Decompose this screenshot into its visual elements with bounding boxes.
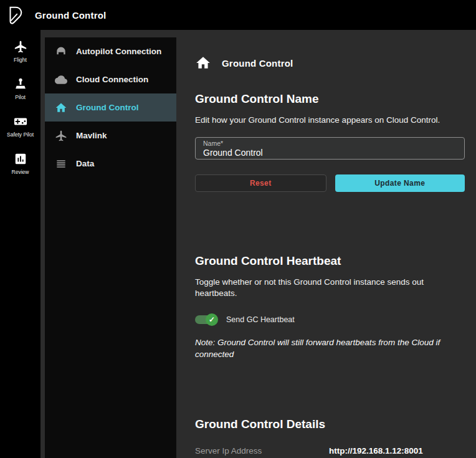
details-value: http://192.168.1.12:8001 (329, 446, 423, 456)
rail-item-pilot[interactable]: Pilot (14, 77, 27, 100)
heartbeat-toggle[interactable]: ✓ (195, 313, 218, 326)
rail-label: Flight (14, 57, 27, 63)
home-icon (55, 102, 67, 114)
sidebar-item-data[interactable]: Data (45, 150, 176, 178)
reset-button[interactable]: Reset (195, 174, 326, 192)
sidebar-item-label: Autopilot Connection (76, 47, 161, 56)
sidebar-item-label: Mavlink (76, 131, 107, 140)
sidebar-item-label: Data (76, 159, 94, 168)
left-nav-rail: Flight Pilot Safety Pilot Review (0, 30, 40, 458)
rail-label: Safety Pilot (7, 131, 34, 138)
name-section-description: Edit how your Ground Control instance ap… (195, 115, 465, 126)
name-actions: Reset Update Name (195, 174, 465, 192)
rail-item-safety-pilot[interactable]: Safety Pilot (7, 115, 34, 138)
update-name-button[interactable]: Update Name (335, 174, 465, 192)
heartbeat-toggle-label: Send GC Heartbeat (226, 315, 295, 324)
sidebar-item-cloud-connection[interactable]: Cloud Connection (45, 65, 176, 93)
name-input[interactable] (203, 147, 457, 158)
name-field-label: Name* (203, 140, 457, 147)
airplane-icon (55, 130, 67, 142)
app-logo-icon (6, 6, 24, 24)
bar-chart-icon (14, 152, 27, 166)
name-section-heading: Ground Control Name (195, 92, 465, 106)
details-section-heading: Ground Control Details (195, 417, 465, 431)
cloud-icon (55, 74, 67, 86)
details-label: Server Ip Address (195, 446, 329, 456)
page-title: Ground Control (222, 58, 293, 69)
details-row-server-ip: Server Ip Address http://192.168.1.12:80… (195, 446, 465, 456)
main-panel: Ground Control Ground Control Name Edit … (176, 37, 476, 458)
airplane-icon (14, 40, 27, 54)
heartbeat-toggle-row: ✓ Send GC Heartbeat (195, 313, 465, 326)
name-field-container: Name* (195, 137, 465, 160)
heartbeat-section-description: Toggle whether or not this Ground Contro… (195, 277, 465, 299)
list-icon (55, 158, 67, 170)
app-title: Ground Control (35, 10, 106, 21)
sidebar-item-mavlink[interactable]: Mavlink (45, 122, 176, 150)
sidebar-item-label: Cloud Connection (76, 75, 148, 84)
sidebar-item-autopilot-connection[interactable]: Autopilot Connection (45, 37, 176, 65)
heartbeat-section-heading: Ground Control Heartbeat (195, 254, 465, 268)
heartbeat-note: Note: Ground Control will still forward … (195, 337, 465, 361)
settings-sidebar: Autopilot Connection Cloud Connection Gr… (45, 37, 176, 458)
joystick-icon (14, 77, 27, 91)
rail-label: Review (12, 169, 29, 175)
autopilot-helmet-icon (55, 45, 67, 58)
sidebar-item-ground-control[interactable]: Ground Control (45, 93, 176, 122)
top-bar: Ground Control (0, 0, 476, 30)
home-icon (195, 55, 211, 71)
rail-label: Pilot (15, 94, 26, 100)
gamepad-icon (14, 115, 27, 128)
check-icon: ✓ (206, 313, 218, 326)
page-header: Ground Control (195, 55, 465, 71)
rail-item-flight[interactable]: Flight (14, 40, 27, 63)
sidebar-item-label: Ground Control (76, 103, 138, 112)
rail-item-review[interactable]: Review (12, 152, 29, 175)
